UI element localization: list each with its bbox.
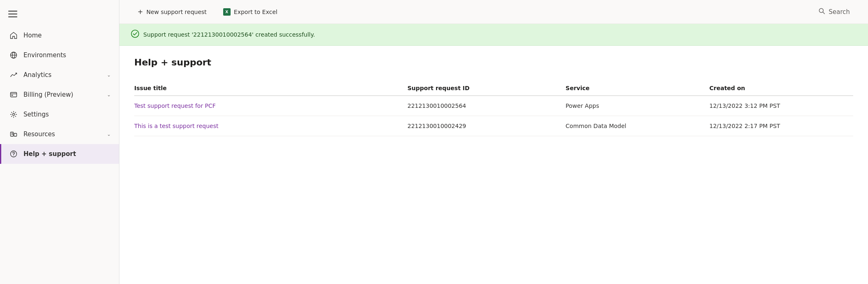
service: Power Apps — [566, 96, 709, 116]
col-header-svc: Service — [566, 81, 709, 96]
request-id: 2212130010002429 — [407, 116, 565, 136]
svg-rect-8 — [14, 133, 17, 136]
chart-icon — [9, 71, 18, 79]
sidebar-item-help-support-label: Help + support — [23, 150, 111, 158]
col-header-date: Created on — [709, 81, 853, 96]
analytics-chevron-icon: ⌄ — [107, 72, 111, 78]
issue-title-link[interactable]: Test support request for PCF — [134, 96, 407, 116]
billing-icon — [9, 91, 18, 99]
sidebar-item-environments[interactable]: Environments — [0, 45, 119, 65]
search-icon — [819, 8, 825, 16]
toolbar: + New support request X Export to Excel … — [119, 0, 868, 24]
success-banner: Support request '2212130010002564' creat… — [119, 24, 868, 46]
sidebar-item-help-support[interactable]: Help + support — [0, 144, 119, 164]
sidebar-item-analytics-label: Analytics — [23, 71, 101, 79]
sidebar-item-settings[interactable]: Settings — [0, 105, 119, 124]
sidebar-nav: Home Environments Analytics ⌄ — [0, 26, 119, 284]
export-excel-button[interactable]: X Export to Excel — [217, 5, 284, 19]
svg-line-14 — [823, 12, 825, 14]
settings-icon — [9, 110, 18, 119]
page-title: Help + support — [134, 57, 853, 68]
created-on: 12/13/2022 2:17 PM PST — [709, 116, 853, 136]
sidebar-item-billing[interactable]: Billing (Preview) ⌄ — [0, 85, 119, 105]
svg-point-6 — [13, 114, 15, 116]
sidebar-item-home-label: Home — [23, 32, 111, 39]
main-content: + New support request X Export to Excel … — [119, 0, 868, 284]
search-label: Search — [828, 8, 850, 16]
success-banner-message: Support request '2212130010002564' creat… — [143, 31, 315, 38]
success-check-icon — [131, 30, 139, 40]
table-header-row: Issue title Support request ID Service C… — [134, 81, 853, 96]
hamburger-icon — [8, 11, 17, 17]
sidebar-item-settings-label: Settings — [23, 111, 111, 118]
sidebar-item-resources-label: Resources — [23, 130, 101, 138]
new-request-label: New support request — [146, 9, 206, 15]
sidebar: Home Environments Analytics ⌄ — [0, 0, 119, 284]
service: Common Data Model — [566, 116, 709, 136]
col-header-id: Support request ID — [407, 81, 565, 96]
svg-point-12 — [13, 156, 14, 156]
svg-point-15 — [131, 30, 139, 37]
sidebar-item-analytics[interactable]: Analytics ⌄ — [0, 65, 119, 85]
col-header-issue: Issue title — [134, 81, 407, 96]
resources-chevron-icon: ⌄ — [107, 132, 111, 137]
new-request-button[interactable]: + New support request — [131, 5, 213, 19]
table-row: This is a test support request2212130010… — [134, 116, 853, 136]
svg-point-13 — [819, 8, 824, 12]
request-id: 2212130010002564 — [407, 96, 565, 116]
issue-title-link[interactable]: This is a test support request — [134, 116, 407, 136]
excel-icon: X — [223, 8, 231, 16]
sidebar-item-resources[interactable]: Resources ⌄ — [0, 124, 119, 144]
billing-chevron-icon: ⌄ — [107, 92, 111, 98]
home-icon — [9, 31, 18, 40]
svg-rect-3 — [11, 93, 17, 97]
export-label: Export to Excel — [234, 9, 278, 15]
table-row: Test support request for PCF221213001000… — [134, 96, 853, 116]
svg-rect-5 — [12, 95, 13, 96]
created-on: 12/13/2022 3:12 PM PST — [709, 96, 853, 116]
support-table: Issue title Support request ID Service C… — [134, 81, 853, 136]
sidebar-item-home[interactable]: Home — [0, 26, 119, 45]
search-button[interactable]: Search — [812, 5, 856, 19]
plus-icon: + — [138, 8, 143, 16]
globe-icon — [9, 51, 18, 59]
sidebar-item-billing-label: Billing (Preview) — [23, 91, 101, 98]
help-icon — [9, 150, 18, 158]
sidebar-item-environments-label: Environments — [23, 51, 111, 59]
page-area: Help + support Issue title Support reque… — [119, 46, 868, 284]
resources-icon — [9, 130, 18, 138]
hamburger-button[interactable] — [0, 5, 119, 26]
